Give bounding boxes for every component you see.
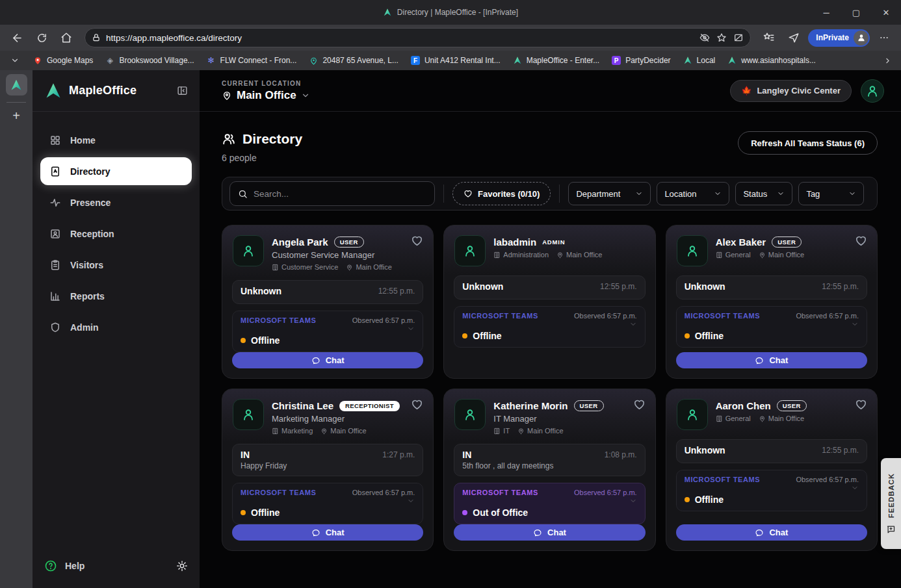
teams-panel[interactable]: MICROSOFT TEAMSObserved 6:57 p.m.Offline: [232, 483, 423, 524]
chevron-down-icon[interactable]: [851, 484, 859, 492]
search-box[interactable]: [229, 181, 435, 206]
person-name: labadmin: [493, 236, 536, 248]
bookmark-item[interactable]: www.asianhospitals...: [722, 53, 821, 68]
chevron-down-icon[interactable]: [407, 325, 415, 333]
bookmark-label: Google Maps: [47, 56, 93, 65]
sidebar-item-home[interactable]: Home: [40, 126, 192, 154]
back-icon[interactable]: [7, 27, 27, 48]
chat-button[interactable]: Chat: [454, 524, 645, 541]
close-button[interactable]: ✕: [871, 0, 901, 25]
teams-label: MICROSOFT TEAMS: [462, 489, 538, 496]
search-input[interactable]: [254, 189, 426, 199]
filter-select-department[interactable]: Department: [568, 182, 651, 205]
sidebar-item-directory[interactable]: Directory: [40, 157, 192, 185]
role-badge: USER: [574, 400, 604, 411]
favorite-heart-icon[interactable]: [855, 398, 867, 411]
favorite-star-icon[interactable]: [716, 32, 727, 43]
teams-panel[interactable]: MICROSOFT TEAMSObserved 6:57 p.m.Out of …: [454, 483, 645, 524]
home-icon[interactable]: [56, 27, 77, 48]
bookmark-item[interactable]: FUnit A412 Rental Int...: [405, 53, 506, 68]
browser-menu-icon[interactable]: [874, 27, 894, 48]
maximize-button[interactable]: ▢: [841, 0, 871, 25]
screenshot-blocked-icon[interactable]: [733, 32, 744, 43]
chevron-down-icon[interactable]: [407, 497, 415, 505]
person-card-header: Aaron ChenUSERGeneralMain Office: [666, 389, 877, 438]
teams-status-row: Offline: [685, 331, 859, 341]
presence-dot: [241, 338, 246, 343]
teams-row-top: MICROSOFT TEAMSObserved 6:57 p.m.: [462, 312, 636, 328]
person-department: IT: [493, 427, 510, 435]
teams-observed: Observed 6:57 p.m.: [796, 312, 859, 320]
teams-label: MICROSOFT TEAMS: [462, 312, 538, 320]
favorite-heart-icon[interactable]: [411, 235, 423, 247]
pinned-app-icon[interactable]: [6, 74, 27, 96]
bookmark-favicon-snowflake: ✻: [206, 55, 216, 66]
refresh-icon[interactable]: [31, 27, 52, 48]
minimize-button[interactable]: ─: [811, 0, 841, 25]
presence-dot: [462, 510, 467, 515]
person-card: Alex BakerUSERGeneralMain OfficeUnknown1…: [666, 225, 878, 379]
rail-add-icon[interactable]: +: [12, 109, 20, 122]
bookmark-item[interactable]: PPartyDecider: [606, 53, 675, 68]
favorites-filter-button[interactable]: Favorites (0/10): [452, 182, 551, 205]
bookmarks-chevron-icon[interactable]: [5, 56, 25, 65]
sidebar-item-reports[interactable]: Reports: [40, 282, 192, 310]
bookmark-item[interactable]: ◈Brookswood Village...: [99, 53, 199, 68]
person-info: Alex BakerUSERGeneralMain Office: [716, 235, 867, 266]
chevron-down-icon[interactable]: [629, 497, 637, 505]
building-icon: [493, 251, 501, 259]
feedback-tab[interactable]: FEEDBACK: [881, 458, 901, 549]
chat-button[interactable]: Chat: [232, 352, 423, 368]
sidebar-collapse-icon[interactable]: [177, 85, 188, 96]
bookmark-item[interactable]: Local: [677, 53, 721, 68]
favorites-bar-icon[interactable]: [759, 27, 779, 48]
app-logo-icon: [44, 82, 62, 100]
bookmark-label: PartyDecider: [625, 56, 670, 65]
teams-panel[interactable]: MICROSOFT TEAMSObserved 6:57 p.m.Offline: [454, 306, 645, 348]
favorite-heart-icon[interactable]: [633, 398, 646, 411]
bookmark-item[interactable]: 20487 65 Avenue, L...: [303, 53, 404, 68]
chat-button[interactable]: Chat: [232, 524, 423, 541]
sidebar-item-reception[interactable]: Reception: [40, 220, 192, 248]
sidebar-item-help[interactable]: Help: [44, 559, 85, 572]
chat-button[interactable]: Chat: [676, 524, 867, 541]
teams-panel[interactable]: MICROSOFT TEAMSObserved 6:57 p.m.Offline: [232, 311, 423, 352]
building-icon: [716, 251, 723, 259]
chevron-down-icon[interactable]: [851, 320, 859, 328]
sidebar-item-visitors[interactable]: Visitors: [40, 251, 192, 279]
bookmarks-overflow-icon[interactable]: [883, 57, 896, 65]
tracking-prevention-icon[interactable]: [699, 32, 710, 43]
refresh-all-teams-button[interactable]: Refresh All Teams Status (6): [738, 131, 878, 155]
chat-button[interactable]: Chat: [676, 352, 867, 368]
sidebar-item-label: Reception: [70, 229, 114, 239]
url-text[interactable]: https://app.mapleoffice.ca/directory: [106, 33, 694, 43]
site-badge[interactable]: 🍁 Langley Civic Center: [730, 80, 852, 102]
sidebar-item-label: Visitors: [70, 260, 103, 270]
teams-status-row: Offline: [241, 335, 415, 346]
bookmark-favicon-triangle: [683, 55, 693, 66]
favorite-heart-icon[interactable]: [855, 235, 867, 247]
sidebar-item-admin[interactable]: Admin: [40, 313, 192, 341]
chevron-down-icon[interactable]: [629, 320, 637, 328]
status-time: 1:08 p.m.: [605, 450, 637, 459]
bookmark-item[interactable]: MapleOffice - Enter...: [507, 53, 605, 68]
teams-panel[interactable]: MICROSOFT TEAMSObserved 6:57 p.m.Offline: [676, 306, 867, 348]
chat-bubble-icon: [311, 356, 320, 365]
teams-panel[interactable]: MICROSOFT TEAMSObserved 6:57 p.m.Offline: [676, 470, 867, 511]
sidebar-item-presence[interactable]: Presence: [40, 188, 192, 216]
inprivate-badge[interactable]: InPrivate: [808, 29, 870, 47]
teams-observed-block: Observed 6:57 p.m.: [574, 312, 637, 328]
share-send-icon[interactable]: [783, 27, 804, 48]
user-avatar[interactable]: [861, 79, 884, 103]
address-bar[interactable]: https://app.mapleoffice.ca/directory: [85, 28, 751, 47]
filter-select-status[interactable]: Status: [735, 182, 792, 205]
location-switcher[interactable]: Main Office: [222, 89, 310, 102]
teams-label: MICROSOFT TEAMS: [685, 476, 761, 483]
sidebar-item-label: Reports: [70, 291, 105, 301]
filter-select-location[interactable]: Location: [657, 182, 729, 205]
favorite-heart-icon[interactable]: [411, 398, 423, 411]
bookmark-item[interactable]: Google Maps: [27, 53, 98, 68]
bookmark-item[interactable]: ✻FLW Connect - Fron...: [201, 53, 302, 68]
filter-select-tag[interactable]: Tag: [798, 182, 864, 205]
theme-toggle-icon[interactable]: [176, 560, 188, 572]
